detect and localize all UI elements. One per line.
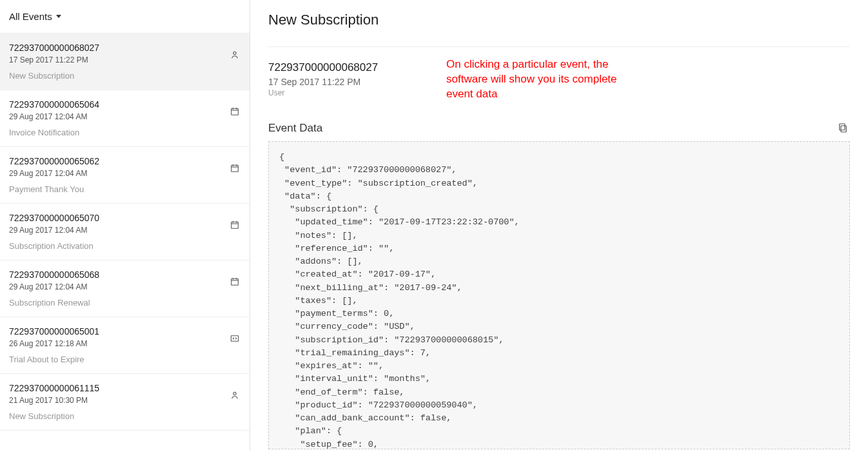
calendar-icon <box>229 162 241 174</box>
event-id: 722937000000065070 <box>9 213 99 223</box>
calendar-icon <box>229 276 241 288</box>
svg-point-0 <box>233 52 236 54</box>
person-icon <box>229 389 241 401</box>
event-id: 722937000000065062 <box>9 156 99 166</box>
event-item[interactable]: 72293700000006506429 Aug 2017 12:04 AMIn… <box>0 90 250 147</box>
section-title: Event Data <box>268 122 322 135</box>
code-icon <box>229 333 241 344</box>
event-item[interactable]: 72293700000006507029 Aug 2017 12:04 AMSu… <box>0 204 250 260</box>
svg-rect-32 <box>840 124 845 130</box>
event-type: New Subscription <box>9 411 99 421</box>
event-item[interactable]: 72293700000006111521 Aug 2017 10:30 PMNe… <box>0 374 250 431</box>
event-info: 72293700000006802717 Sep 2017 11:22 PMNe… <box>9 43 99 81</box>
event-type: Subscription Activation <box>9 241 99 251</box>
event-type: Payment Thank You <box>9 184 99 194</box>
event-item[interactable]: 72293700000006506829 Aug 2017 12:04 AMSu… <box>0 260 250 317</box>
event-date: 26 Aug 2017 12:18 AM <box>9 339 99 348</box>
caret-down-icon <box>56 15 61 18</box>
svg-point-30 <box>233 392 236 395</box>
calendar-icon <box>229 106 241 117</box>
filter-label: All Events <box>9 11 52 22</box>
page-title: New Subscription <box>268 12 850 47</box>
event-info: 72293700000006111521 Aug 2017 10:30 PMNe… <box>9 383 99 421</box>
event-data-header: Event Data <box>268 122 850 135</box>
event-id: 722937000000065001 <box>9 326 99 337</box>
event-info: 72293700000006500126 Aug 2017 12:18 AMTr… <box>9 326 99 364</box>
person-icon <box>229 49 241 61</box>
filter-dropdown[interactable]: All Events <box>0 0 250 33</box>
event-info: 72293700000006507029 Aug 2017 12:04 AMSu… <box>9 213 99 251</box>
help-annotation: On clicking a particular event, the soft… <box>446 57 617 102</box>
detail-header: 722937000000068027 17 Sep 2017 11:22 PM … <box>268 61 850 97</box>
event-date: 21 Aug 2017 10:30 PM <box>9 396 99 405</box>
event-item[interactable]: 72293700000006500126 Aug 2017 12:18 AMTr… <box>0 317 250 374</box>
event-type: Trial About to Expire <box>9 355 99 364</box>
event-date: 29 Aug 2017 12:04 AM <box>9 169 99 178</box>
events-sidebar: All Events 72293700000006802717 Sep 2017… <box>0 0 250 450</box>
event-type: Invoice Notification <box>9 128 99 137</box>
event-id: 722937000000065064 <box>9 99 99 110</box>
event-date: 29 Aug 2017 12:04 AM <box>9 112 99 121</box>
event-item[interactable]: 72293700000006802717 Sep 2017 11:22 PMNe… <box>0 34 250 90</box>
event-data-json[interactable]: { "event_id": "722937000000068027", "eve… <box>268 141 850 449</box>
event-date: 17 Sep 2017 11:22 PM <box>9 55 99 64</box>
main-panel: New Subscription 722937000000068027 17 S… <box>250 0 868 450</box>
event-info: 72293700000006506829 Aug 2017 12:04 AMSu… <box>9 269 99 308</box>
event-id: 722937000000061115 <box>9 383 99 393</box>
event-date: 29 Aug 2017 12:04 AM <box>9 226 99 235</box>
event-list[interactable]: 72293700000006802717 Sep 2017 11:22 PMNe… <box>0 33 250 450</box>
event-id: 722937000000065068 <box>9 269 99 280</box>
svg-rect-15 <box>232 222 239 228</box>
event-date: 29 Aug 2017 12:04 AM <box>9 282 99 291</box>
event-info: 72293700000006506229 Aug 2017 12:04 AMPa… <box>9 156 99 194</box>
event-type: Subscription Renewal <box>9 298 99 308</box>
event-item[interactable]: 72293700000006506229 Aug 2017 12:04 AMPa… <box>0 147 250 204</box>
svg-rect-22 <box>232 279 239 285</box>
event-info: 72293700000006506429 Aug 2017 12:04 AMIn… <box>9 99 99 137</box>
copy-icon <box>837 122 849 133</box>
calendar-icon <box>229 219 241 231</box>
event-type: New Subscription <box>9 71 99 81</box>
copy-button[interactable] <box>837 122 850 135</box>
event-id: 722937000000068027 <box>9 43 99 53</box>
svg-rect-31 <box>841 126 846 132</box>
svg-rect-29 <box>231 336 238 342</box>
svg-rect-1 <box>232 108 239 115</box>
svg-rect-8 <box>232 165 239 171</box>
